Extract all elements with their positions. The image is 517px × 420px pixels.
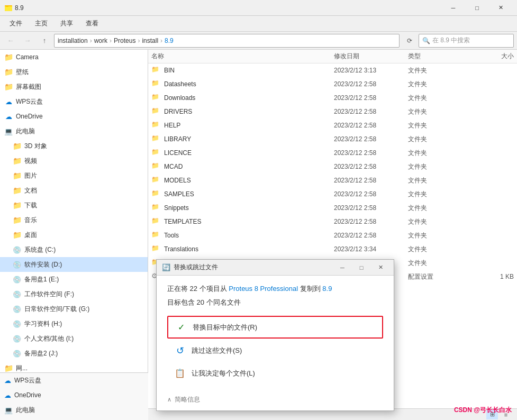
file-type: 文件夹 bbox=[408, 204, 471, 213]
sidebar-label: 备用盘1 (E:) bbox=[24, 275, 59, 284]
footer-info-toggle[interactable]: ∧ 简略信息 bbox=[167, 395, 383, 404]
table-row[interactable]: 📁Datasheets2023/2/12 2:58文件夹 bbox=[148, 77, 517, 91]
file-date: 2023/2/12 2:58 bbox=[334, 204, 408, 212]
refresh-button[interactable]: ⟳ bbox=[403, 34, 416, 48]
chevron-down-icon: ∧ bbox=[167, 396, 171, 403]
forward-button[interactable]: → bbox=[20, 33, 35, 48]
table-row[interactable]: 📁HELP2023/2/12 2:58文件夹 bbox=[148, 118, 517, 132]
msg-mid: 复制到 bbox=[298, 285, 322, 293]
maximize-button[interactable]: □ bbox=[465, 0, 489, 16]
sidebar-item-drive-g[interactable]: 💿 日常软件空间/下载 (G:) bbox=[0, 302, 148, 316]
sidebar-item-drive-f[interactable]: 💿 工作软件空间 (F:) bbox=[0, 287, 148, 302]
file-date: 2023/2/12 2:58 bbox=[334, 94, 408, 102]
file-name: Datasheets bbox=[164, 80, 334, 88]
dialog-option-replace[interactable]: ✓ 替换目标中的文件(R) bbox=[167, 316, 383, 339]
sidebar-item-video[interactable]: 📁 视频 bbox=[0, 153, 148, 168]
table-row[interactable]: 📁Downloads2023/2/12 2:58文件夹 bbox=[148, 91, 517, 105]
sidebar-item-drive-i[interactable]: 💿 个人文档/其他 (I:) bbox=[0, 331, 148, 346]
watermark: CSDN @弓长长白水 bbox=[454, 406, 512, 415]
sidebar-label: 网... bbox=[16, 364, 28, 373]
folder-icon: 📁 bbox=[13, 231, 21, 239]
file-name: Downloads bbox=[164, 94, 334, 102]
table-row[interactable]: 📁LIBRARY2023/2/12 2:58文件夹 bbox=[148, 132, 517, 146]
sidebar-item-downloads[interactable]: 📁 下载 bbox=[0, 198, 148, 213]
app-icon bbox=[4, 4, 13, 12]
menu-view[interactable]: 查看 bbox=[80, 17, 104, 30]
sidebar-item-screenshot[interactable]: 📁 屏幕截图 bbox=[0, 79, 148, 94]
folder-icon: 📁 bbox=[13, 216, 21, 224]
dialog-footer: ∧ 简略信息 bbox=[157, 391, 394, 410]
menu-home[interactable]: 主页 bbox=[30, 17, 53, 30]
folder-icon: 📁 bbox=[151, 121, 161, 130]
table-row[interactable]: 📁Translations2023/2/12 3:34文件夹 bbox=[148, 242, 517, 256]
cloud-icon: ☁ bbox=[4, 97, 13, 106]
col-header-date[interactable]: 修改日期 bbox=[334, 52, 408, 61]
up-button[interactable]: ↑ bbox=[37, 33, 52, 48]
msg-dest: 8.9 bbox=[322, 285, 332, 293]
file-rows-container: 📁BIN2023/2/12 3:13文件夹📁Datasheets2023/2/1… bbox=[148, 63, 517, 284]
dialog-option-decide[interactable]: 📋 让我决定每个文件(L) bbox=[167, 363, 383, 384]
file-date: 2023/2/12 2:58 bbox=[334, 218, 408, 225]
table-row[interactable]: 📁Snippets2023/2/12 2:58文件夹 bbox=[148, 201, 517, 215]
sidebar-item-documents[interactable]: 📁 文档 bbox=[0, 183, 148, 198]
sidebar-item-pictures[interactable]: 📁 图片 bbox=[0, 168, 148, 183]
sidebar-item-camera[interactable]: 📁 Camera bbox=[0, 50, 148, 65]
table-row[interactable]: 📁Tools2023/2/12 2:58文件夹 bbox=[148, 229, 517, 242]
sidebar-item-wps-cloud[interactable]: ☁ WPS云盘 bbox=[0, 94, 148, 109]
sidebar-label: 学习资料 (H:) bbox=[24, 319, 62, 328]
table-row[interactable]: 📁DRIVERS2023/2/12 2:58文件夹 bbox=[148, 105, 517, 118]
msg-prefix: 正在将 22 个项目从 bbox=[167, 285, 229, 293]
table-row[interactable]: 📁BIN2023/2/12 3:13文件夹 bbox=[148, 63, 517, 77]
minimize-button[interactable]: ─ bbox=[441, 0, 465, 16]
sidebar-item-3dobjects[interactable]: 📁 3D 对象 bbox=[0, 139, 148, 153]
col-header-size[interactable]: 大小 bbox=[471, 52, 514, 61]
address-bar[interactable]: installation › work › Proteus › install … bbox=[54, 34, 400, 48]
folder-icon: 📁 bbox=[151, 244, 161, 254]
sidebar-item-onedrive[interactable]: ☁ OneDrive bbox=[0, 109, 148, 124]
table-row[interactable]: 📁LICENCE2023/2/12 2:58文件夹 bbox=[148, 146, 517, 160]
folder-icon: 📁 bbox=[13, 142, 21, 150]
search-box[interactable]: 🔍 在 8.9 中搜索 bbox=[419, 34, 514, 48]
folder-icon: 📁 bbox=[151, 66, 161, 75]
dialog-maximize[interactable]: □ bbox=[353, 261, 369, 275]
file-name: Translations bbox=[164, 245, 334, 253]
table-row[interactable]: 📁MODELS2023/2/12 2:58文件夹 bbox=[148, 174, 517, 187]
search-icon: 🔍 bbox=[422, 37, 430, 44]
sidebar-item-wallpaper[interactable]: 📁 壁纸 bbox=[0, 65, 148, 79]
sidebar-label: 图片 bbox=[24, 171, 37, 180]
table-row[interactable]: 📁TEMPLATES2023/2/12 2:58文件夹 bbox=[148, 215, 517, 229]
dialog-minimize[interactable]: ─ bbox=[334, 261, 350, 275]
bg-label: OneDrive bbox=[14, 391, 41, 399]
menu-file[interactable]: 文件 bbox=[4, 17, 28, 30]
dialog-titlebar: 🔄 替换或跳过文件 ─ □ ✕ bbox=[157, 260, 394, 276]
col-header-type[interactable]: 类型 bbox=[408, 52, 471, 61]
crumb-4: install bbox=[142, 37, 158, 44]
sidebar-item-drive-e[interactable]: 💿 备用盘1 (E:) bbox=[0, 272, 148, 287]
bg-label: 此电脑 bbox=[16, 406, 35, 415]
dialog-icon: 🔄 bbox=[162, 263, 170, 271]
replace-dialog[interactable]: 🔄 替换或跳过文件 ─ □ ✕ 正在将 22 个项目从 Proteus 8 Pr… bbox=[156, 259, 394, 411]
file-date: 2023/2/12 2:58 bbox=[334, 135, 408, 143]
dialog-close[interactable]: ✕ bbox=[373, 261, 388, 275]
menu-share[interactable]: 共享 bbox=[55, 17, 78, 30]
sidebar-item-drive-d[interactable]: 💿 软件安装 (D:) bbox=[0, 257, 148, 272]
folder-icon: 📁 bbox=[151, 176, 161, 185]
file-date: 2023/2/12 2:58 bbox=[334, 108, 408, 115]
sidebar-item-desktop[interactable]: 📁 桌面 bbox=[0, 227, 148, 242]
option-label-replace: 替换目标中的文件(R) bbox=[193, 323, 257, 332]
window-controls: ─ □ ✕ bbox=[441, 0, 513, 16]
search-placeholder: 在 8.9 中搜索 bbox=[432, 36, 470, 45]
close-button[interactable]: ✕ bbox=[489, 0, 513, 16]
sidebar-item-drive-c[interactable]: 💿 系统盘 (C:) bbox=[0, 242, 148, 257]
crumb-3: Proteus bbox=[114, 37, 135, 44]
sidebar-item-thispc[interactable]: 💻 此电脑 bbox=[0, 124, 148, 139]
sidebar-item-drive-j[interactable]: 💿 备用盘2 (J:) bbox=[0, 346, 148, 361]
sidebar-item-drive-h[interactable]: 💿 学习资料 (H:) bbox=[0, 316, 148, 331]
sidebar-item-music[interactable]: 📁 音乐 bbox=[0, 213, 148, 227]
back-button[interactable]: ← bbox=[3, 33, 18, 48]
dialog-option-skip[interactable]: ↺ 跳过这些文件(S) bbox=[167, 340, 383, 362]
table-row[interactable]: 📁MCAD2023/2/12 2:58文件夹 bbox=[148, 160, 517, 174]
file-date: 2023/2/12 2:58 bbox=[334, 122, 408, 129]
col-header-name[interactable]: 名称 bbox=[151, 52, 334, 61]
table-row[interactable]: 📁SAMPLES2023/2/12 2:58文件夹 bbox=[148, 187, 517, 201]
